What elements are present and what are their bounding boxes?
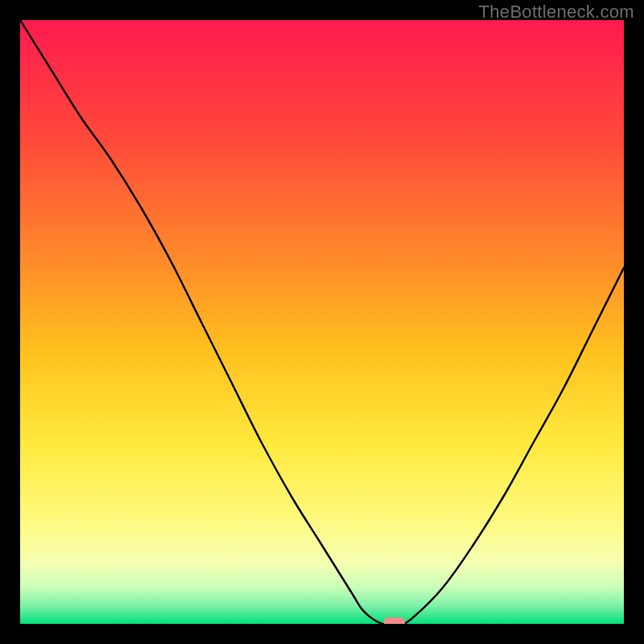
watermark-text: TheBottleneck.com	[479, 2, 634, 23]
chart-plot-area	[20, 20, 624, 624]
chart-svg	[20, 20, 624, 624]
minimum-marker	[384, 617, 405, 624]
chart-background-gradient	[20, 20, 624, 624]
chart-container: TheBottleneck.com	[0, 0, 644, 644]
